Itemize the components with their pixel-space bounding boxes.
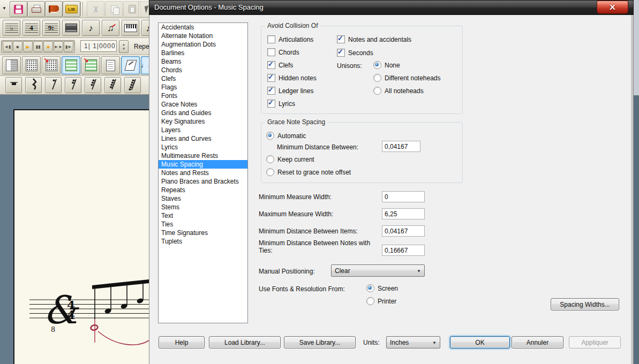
radio-button[interactable] [266, 155, 274, 163]
field-maximum-measure-width[interactable] [382, 208, 425, 219]
units-select[interactable]: Inches ▼ [386, 336, 440, 348]
checkbox-chords[interactable]: Chords [267, 48, 299, 56]
library-book-button[interactable] [45, 1, 63, 17]
listbox-item-piano-braces-and-brackets[interactable]: Piano Braces and Brackets [159, 177, 247, 186]
checkbox-box[interactable] [337, 49, 345, 57]
radio-printer[interactable]: Printer [366, 297, 396, 305]
checkbox-seconds[interactable]: Seconds [337, 49, 373, 57]
listbox-item-beams[interactable]: Beams [159, 57, 247, 66]
checkbox-clefs[interactable]: Clefs [267, 61, 293, 69]
radio-button[interactable] [373, 87, 381, 95]
field-minimum-distance-between-notes-with-ties[interactable] [382, 245, 425, 256]
save-library-button[interactable]: Save Library... [284, 336, 356, 348]
listbox-item-accidentals[interactable]: Accidentals [159, 23, 247, 32]
save-button[interactable] [10, 1, 27, 17]
sixteenth-rest-button[interactable] [65, 77, 81, 93]
counter-spinner[interactable]: ▲▼ [119, 40, 129, 53]
thirty-second-rest-button[interactable] [85, 77, 101, 93]
help-button[interactable]: Help [159, 336, 205, 348]
listbox-item-ties[interactable]: Ties [159, 220, 247, 229]
listbox-item-text[interactable]: Text [159, 211, 247, 220]
record-button[interactable]: ● [43, 41, 53, 52]
min-distance-between-field[interactable] [382, 141, 420, 152]
listbox-item-multimeasure-rests[interactable]: Multimeasure Rests [159, 151, 247, 160]
field-minimum-measure-width[interactable] [382, 191, 425, 202]
close-button[interactable]: X [597, 1, 628, 14]
checkbox-hidden-notes[interactable]: Hidden notes [267, 74, 317, 82]
load-library-button[interactable]: Load Library... [209, 336, 281, 348]
listbox-item-key-signatures[interactable]: Key Signatures [159, 117, 247, 126]
checkbox-box[interactable] [267, 100, 275, 108]
listbox-item-chords[interactable]: Chords [159, 66, 247, 74]
eighth-rest-button[interactable] [45, 77, 62, 93]
dot-grid-tool-button[interactable] [22, 56, 41, 74]
listbox-item-alternate-notation[interactable]: Alternate Notation [159, 32, 247, 40]
apply-button[interactable]: Appliquer [569, 336, 621, 348]
fast-forward-button[interactable]: ►► [54, 41, 63, 52]
radio-button[interactable] [373, 61, 381, 69]
listbox-item-augmentation-dots[interactable]: Augmentation Dots [159, 40, 247, 49]
ok-button[interactable]: OK [450, 336, 510, 348]
radio-none[interactable]: None [373, 61, 400, 69]
green-staff-arrow-tool-button[interactable]: ↘ [81, 56, 100, 74]
key-signature-tool-button[interactable]: ♭ [3, 20, 20, 36]
checkbox-articulations[interactable]: Articulations [267, 35, 313, 43]
spinner-up-icon[interactable]: ▲ [122, 42, 125, 47]
manual-positioning-select[interactable]: Clear ▼ [331, 264, 425, 277]
listbox-item-stems[interactable]: Stems [159, 203, 247, 211]
listbox-item-staves[interactable]: Staves [159, 194, 247, 203]
radio-all-noteheads[interactable]: All noteheads [373, 87, 424, 95]
checkbox-notes-and-accidentals[interactable]: Notes and accidentals [337, 35, 411, 43]
staff-list-tool-button[interactable] [2, 56, 21, 74]
spinner-down-icon[interactable]: ▼ [122, 47, 125, 51]
listbox-item-barlines[interactable]: Barlines [159, 49, 247, 57]
spacing-widths-button[interactable]: Spacing Widths... [551, 298, 619, 310]
field-minimum-distance-between-items[interactable] [382, 225, 425, 237]
listbox-item-fonts[interactable]: Fonts [159, 92, 247, 100]
page-lines-tool-button[interactable] [101, 56, 120, 74]
listbox-item-flags[interactable]: Flags [159, 83, 247, 92]
time-signature-tool-button[interactable]: 4 [22, 20, 40, 36]
chevron-down-icon[interactable]: ▼ [2, 6, 6, 11]
listbox-item-repeats[interactable]: Repeats [159, 186, 247, 194]
cancel-button[interactable]: Annuler [512, 336, 563, 348]
playback-counter[interactable]: 1| 1|0000 [80, 40, 117, 52]
checkbox-lyrics[interactable]: Lyrics [267, 100, 295, 108]
play-button[interactable]: ► [23, 41, 33, 52]
hundred-twenty-eighth-rest-button[interactable] [124, 77, 141, 93]
sixty-fourth-rest-button[interactable] [104, 77, 121, 93]
eighth-note-tool-button[interactable]: ♪ [82, 20, 100, 36]
green-staff-tool-button[interactable] [62, 56, 80, 74]
radio-keep-current[interactable]: Keep current [266, 155, 314, 163]
double-whole-rest-button[interactable] [5, 77, 22, 93]
checkbox-ledger-lines[interactable]: Ledger lines [267, 87, 313, 95]
dot-grid-arrow-tool-button[interactable]: ↘ [42, 56, 61, 74]
listbox-item-tuplets[interactable]: Tuplets [159, 237, 247, 246]
checkbox-box[interactable] [267, 61, 275, 69]
page-pen-tool-button[interactable] [121, 56, 140, 74]
keyboard-tool-button[interactable] [122, 20, 139, 36]
radio-automatic[interactable]: Automatic [266, 132, 306, 140]
library-folder-button[interactable]: LIB [63, 1, 80, 17]
listbox-item-lines-and-curves[interactable]: Lines and Curves [159, 134, 247, 143]
pause-button[interactable]: ▮▮ [33, 41, 43, 52]
radio-button[interactable] [366, 297, 374, 305]
listbox-item-grace-notes[interactable]: Grace Notes [159, 100, 247, 109]
listbox-item-time-signatures[interactable]: Time Signatures [159, 229, 247, 237]
print-button[interactable] [27, 1, 45, 17]
listbox-item-music-spacing[interactable]: Music Spacing [159, 160, 247, 169]
radio-reset-to-grace-note-offset[interactable]: Reset to grace note offset [266, 168, 351, 176]
radio-button[interactable] [373, 74, 381, 82]
checkbox-box[interactable] [267, 35, 275, 43]
listbox-item-notes-and-rests[interactable]: Notes and Rests [159, 169, 247, 177]
go-to-end-button[interactable]: ▮► [64, 41, 73, 52]
cut-button[interactable] [87, 1, 104, 17]
grace-note-tool-button[interactable]: ♫ [102, 20, 119, 36]
copy-button[interactable] [105, 1, 123, 17]
radio-button[interactable] [366, 284, 374, 292]
checkbox-box[interactable] [267, 74, 275, 82]
listbox-item-lyrics[interactable]: Lyrics [159, 143, 247, 151]
go-to-beginning-button[interactable]: ◄▮ [3, 41, 12, 52]
listbox-item-grids-and-guides[interactable]: Grids and Guides [159, 109, 247, 117]
quarter-rest-button[interactable] [25, 77, 42, 93]
